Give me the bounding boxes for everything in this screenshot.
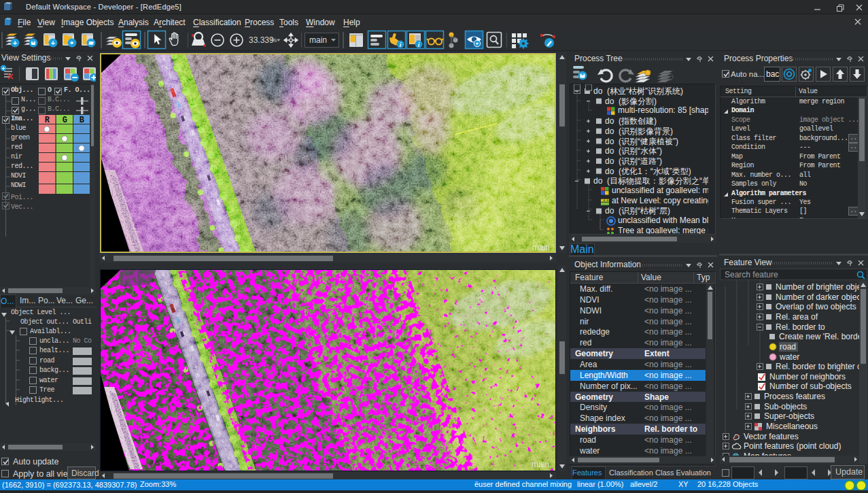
svg-text:G: G [63,116,67,125]
svg-text:main: main [309,35,327,45]
svg-text:main: main [532,243,550,252]
svg-text:33.339: 33.339 [249,35,274,45]
svg-text:B: B [80,116,84,125]
svg-text:+: + [1,65,5,72]
svg-text:main: main [532,460,549,469]
svg-text:+: + [51,39,55,47]
svg-text:%: % [271,37,277,44]
svg-text:+: + [13,39,17,47]
